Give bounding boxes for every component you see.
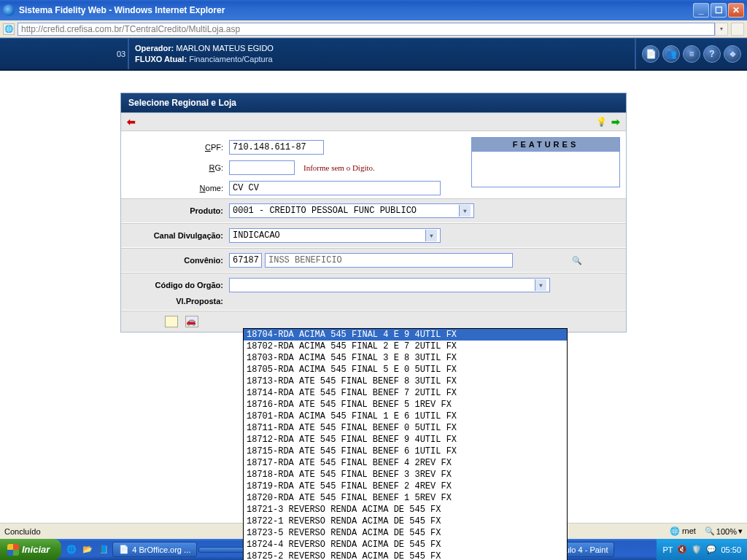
page-icon: 🌐 [3,23,15,35]
lines-icon[interactable]: ≡ [683,45,700,63]
dropdown-option[interactable]: 18703-RDA ACIMA 545 FINAL 3 E 8 3UTIL FX [244,352,567,364]
dropdown-option[interactable]: 18705-RDA ACIMA 545 FINAL 5 E 0 5UTIL FX [244,364,567,376]
start-label: Iniciar [22,544,50,555]
produto-select[interactable]: 0001 - CREDITO PESSOAL FUNC PUBLICO ▼ [229,203,474,218]
chevron-down-icon: ▼ [535,279,546,291]
zoom-control[interactable]: 🔍 100% ▾ [705,526,743,536]
car-icon[interactable]: 🚗 [185,316,198,327]
favorites-icon[interactable] [731,23,744,36]
chevron-down-icon: ▼ [459,205,471,217]
produto-label: Produto: [127,206,229,215]
ie-logo-icon [3,4,15,16]
back-arrow-icon[interactable]: ⬅ [127,116,136,128]
features-box: FEATURES [471,137,620,187]
close-button[interactable]: ✕ [728,3,744,18]
nav-row: ⬅ 💡 ➡ [121,113,626,131]
address-bar: 🌐 http://crefid.crefisa.com.br/TCentralC… [0,20,747,38]
canal-label: Canal Divulgação: [127,231,229,240]
status-text: Concluído [4,527,41,536]
dropdown-option[interactable]: 18716-RDA ATE 545 FINAL BENEF 5 1REV FX [244,399,567,411]
dropdown-option[interactable]: 18723-5 REVERSO RENDA ACIMA DE 545 FX [244,527,567,539]
language-indicator[interactable]: PT [662,545,673,554]
start-button[interactable]: Iniciar [0,539,61,560]
dropdown-option[interactable]: 18720-RDA ATE 545 FINAL BENEF 1 5REV FX [244,492,567,504]
dropdown-option[interactable]: 18712-RDA ATE 545 FINAL BENEF 9 4UTIL FX [244,434,567,446]
features-header: FEATURES [472,138,619,152]
vl-proposta-label: Vl.Proposta: [127,297,229,306]
minimize-button[interactable]: _ [693,3,709,18]
quicklaunch-icon[interactable]: 📘 [96,542,111,557]
app-header: 03 Operador: MARLON MATEUS EGIDO FLUXO A… [0,38,747,71]
status-zone: 🌐 rnet [670,526,696,536]
fluxo-value: Financiamento/Captura [189,55,272,63]
dropdown-option[interactable]: 18715-RDA ATE 545 FINAL BENEF 6 1UTIL FX [244,446,567,457]
address-input[interactable]: http://crefid.crefisa.com.br/TCentralCre… [18,23,715,36]
tray-icon[interactable]: 🛡️ [692,545,702,554]
dropdown-option[interactable]: 18722-1 REVERSO RENDA ACIMA DE 545 FX [244,516,567,527]
codigo-orgao-select[interactable]: ▼ [229,278,550,292]
dropdown-option[interactable]: 18721-3 REVERSO RENDA ACIMA DE 545 FX [244,504,567,516]
rg-label: RG: [127,163,229,172]
quicklaunch-icon[interactable]: 📂 [80,542,95,557]
window-title: Sistema Fidelity Web - Windows Internet … [19,5,693,15]
panel-title: Selecione Regional e Loja [120,93,627,113]
doc-icon[interactable]: 📄 [642,45,659,63]
operator-value: MARLON MATEUS EGIDO [176,44,274,52]
convenio-label: Convênio: [127,256,229,265]
dropdown-option[interactable]: 18701-RDA ACIMA 545 FINAL 1 E 6 1UTIL FX [244,411,567,422]
dropdown-option[interactable]: 18713-RDA ATE 545 FINAL BENEF 8 3UTIL FX [244,376,567,387]
operator-label: Operador: [135,44,174,52]
cpf-label: CPF: [127,143,229,152]
convenio-desc [265,253,513,268]
dropdown-option[interactable]: 18718-RDA ATE 545 FINAL BENEF 3 3REV FX [244,469,567,481]
window-titlebar: Sistema Fidelity Web - Windows Internet … [0,0,747,20]
bulb-icon[interactable]: 💡 [596,117,607,127]
search-icon[interactable]: 🔍 [571,254,583,266]
taskbar-item[interactable]: 📄 4 BrOffice.org ... [112,542,197,557]
dropdown-option[interactable]: 18714-RDA ATE 545 FINAL BENEF 7 2UTIL FX [244,387,567,399]
system-tray: PT 🔇 🛡️ 💬 05:50 [657,539,747,560]
exit-icon[interactable]: ⎆ [724,45,741,63]
header-info: Operador: MARLON MATEUS EGIDO FLUXO Atua… [129,39,636,69]
maximize-button[interactable]: ☐ [711,3,727,18]
forward-arrow-icon[interactable]: ➡ [611,116,620,128]
dropdown-option[interactable]: 18719-RDA ATE 545 FINAL BENEF 2 4REV FX [244,481,567,492]
rg-input[interactable] [229,160,295,175]
calculator-icon[interactable] [165,316,178,327]
tray-icon[interactable]: 💬 [706,545,716,554]
canal-select[interactable]: INDICACAO ▼ [229,228,441,243]
nome-input[interactable] [229,181,441,195]
quicklaunch-icon[interactable]: 🌐 [64,542,79,557]
produto-value: 0001 - CREDITO PESSOAL FUNC PUBLICO [233,206,417,216]
header-number: 03 [115,39,129,69]
chevron-down-icon: ▼ [425,230,437,241]
cpf-input[interactable] [229,140,324,155]
header-toolbar: 📄 👥 ≡ ? ⎆ [636,39,747,69]
windows-logo-icon [7,544,19,556]
dropdown-option[interactable]: 18702-RDA ACIMA 545 FINAL 2 E 7 2UTIL FX [244,341,567,352]
address-dropdown-button[interactable]: ▾ [715,23,728,36]
codigo-orgao-dropdown[interactable]: 18704-RDA ACIMA 545 FINAL 4 E 9 4UTIL FX… [243,328,568,560]
dropdown-option[interactable]: 18711-RDA ATE 545 FINAL BENEF 0 5UTIL FX [244,422,567,434]
nome-label: Nome: [127,184,229,192]
canal-value: INDICACAO [233,230,280,241]
help-icon[interactable]: ? [703,45,721,63]
features-body [472,152,619,187]
codigo-orgao-label: Código do Orgão: [127,281,229,289]
dropdown-option[interactable]: 18704-RDA ACIMA 545 FINAL 4 E 9 4UTIL FX [244,329,567,341]
dropdown-option[interactable]: 18717-RDA ATE 545 FINAL BENEF 4 2REV FX [244,457,567,469]
dropdown-option[interactable]: 18724-4 REVERSO RENDA ACIMA DE 545 FX [244,539,567,551]
clock[interactable]: 05:50 [721,545,741,554]
dropdown-option[interactable]: 18725-2 REVERSO RENDA ACIMA DE 545 FX [244,551,567,560]
rg-hint: Informe sem o Digito. [303,163,375,172]
fluxo-label: FLUXO Atual: [135,55,187,63]
convenio-code-input[interactable] [229,253,262,268]
tray-icon[interactable]: 🔇 [677,545,687,554]
users-icon[interactable]: 👥 [662,45,680,63]
